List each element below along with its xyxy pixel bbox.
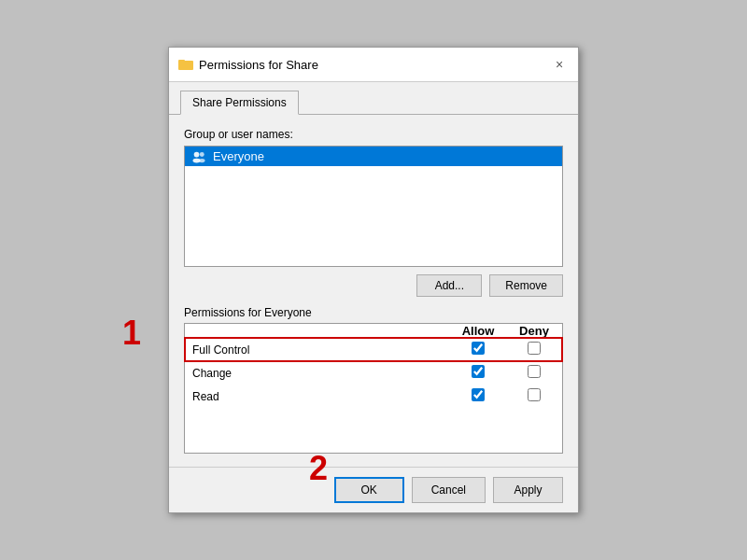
permissions-dialog: 1 Permissions for Share × Share Permissi… — [168, 47, 579, 513]
dialog-title: Permissions for Share — [199, 58, 318, 72]
checkbox-change-deny[interactable] — [528, 365, 541, 378]
tab-bar: Share Permissions — [169, 82, 578, 115]
perm-deny-change[interactable] — [506, 361, 562, 385]
permissions-section-label: Permissions for Everyone — [184, 306, 563, 319]
col-deny-header: Deny — [506, 324, 562, 338]
col-allow-header: Allow — [450, 324, 506, 338]
add-button[interactable]: Add... — [416, 274, 482, 297]
user-name-everyone: Everyone — [213, 149, 264, 163]
perm-allow-full-control[interactable] — [450, 338, 506, 361]
col-permission — [185, 324, 450, 338]
folder-icon — [178, 57, 193, 72]
users-section-label: Group or user names: — [184, 128, 563, 141]
title-bar-left: Permissions for Share — [178, 57, 318, 72]
checkbox-read-allow[interactable] — [472, 388, 485, 401]
checkbox-full-control-allow[interactable] — [472, 342, 485, 355]
dialog-content: Group or user names: Everyone Add... Rem… — [169, 115, 578, 467]
apply-button[interactable]: Apply — [493, 477, 563, 503]
title-bar: Permissions for Share × — [169, 48, 578, 82]
svg-point-5 — [199, 159, 205, 162]
perm-row-empty-2 — [185, 430, 562, 453]
checkbox-change-allow[interactable] — [472, 365, 485, 378]
perm-deny-read[interactable] — [506, 385, 562, 408]
perm-deny-full-control[interactable] — [506, 338, 562, 361]
cancel-button[interactable]: Cancel — [412, 477, 486, 503]
svg-rect-1 — [178, 60, 185, 63]
permissions-table-content: Allow Deny Full Control — [185, 324, 562, 453]
perm-name-read: Read — [185, 385, 450, 408]
perm-row-change: Change — [185, 361, 562, 385]
perm-row-full-control: Full Control — [185, 338, 562, 361]
close-button[interactable]: × — [550, 55, 569, 74]
perm-row-read: Read — [185, 385, 562, 408]
perm-name-full-control: Full Control — [185, 338, 450, 361]
svg-point-4 — [200, 152, 204, 157]
marker-1: 1 — [122, 314, 141, 353]
user-action-buttons: Add... Remove — [184, 274, 563, 297]
checkbox-full-control-deny[interactable] — [528, 342, 541, 355]
svg-point-2 — [194, 151, 200, 157]
perm-allow-read[interactable] — [450, 385, 506, 408]
perm-row-empty-1 — [185, 408, 562, 430]
checkbox-read-deny[interactable] — [528, 388, 541, 401]
ok-button[interactable]: OK — [334, 477, 404, 503]
user-list-box[interactable]: Everyone — [184, 146, 563, 267]
dialog-footer: 2 OK Cancel Apply — [169, 467, 578, 512]
perm-allow-change[interactable] — [450, 361, 506, 385]
user-item-everyone[interactable]: Everyone — [185, 147, 562, 166]
permissions-table-container: Allow Deny Full Control — [184, 323, 563, 454]
permissions-header-row: Allow Deny — [185, 324, 562, 338]
tab-share-permissions[interactable]: Share Permissions — [180, 91, 299, 115]
users-icon — [190, 150, 207, 163]
permissions-table: Allow Deny Full Control — [185, 324, 562, 453]
perm-name-change: Change — [185, 361, 450, 385]
remove-button[interactable]: Remove — [489, 274, 563, 297]
